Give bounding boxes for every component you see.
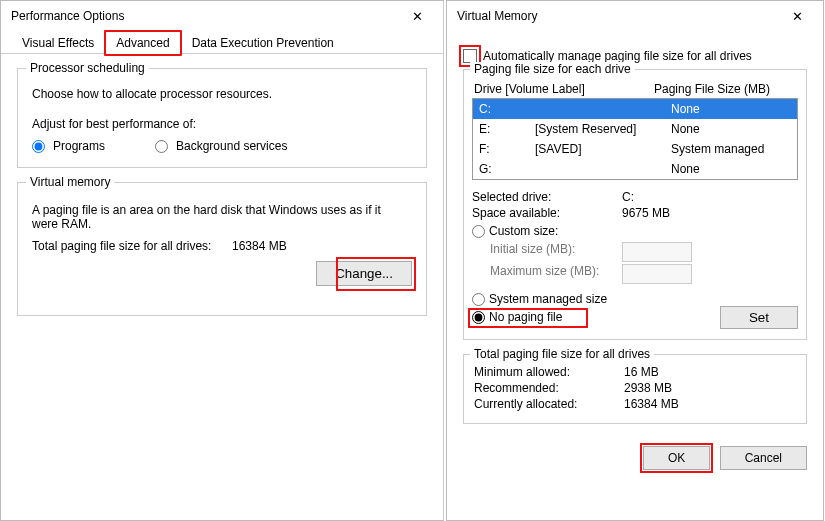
drive-group: Paging file size for each drive Drive [V… — [463, 69, 807, 340]
drive-letter: C: — [479, 101, 535, 117]
total-label: Total paging file size for all drives: — [32, 239, 232, 253]
drive-label: [SAVED] — [535, 141, 671, 157]
drive-label: [System Reserved] — [535, 121, 671, 137]
recommended-label: Recommended: — [474, 381, 624, 395]
vm-desc: A paging file is an area on the hard dis… — [32, 203, 392, 231]
radio-programs-label: Programs — [53, 139, 105, 153]
window-title: Performance Options — [9, 9, 124, 23]
change-button[interactable]: Change... — [316, 261, 412, 286]
drive-size: None — [671, 161, 791, 177]
radio-no-paging[interactable]: No paging file — [472, 310, 798, 324]
space-avail-value: 9675 MB — [622, 206, 670, 220]
adjust-label: Adjust for best performance of: — [32, 117, 412, 131]
group-legend: Paging file size for each drive — [470, 62, 635, 76]
radio-sys-managed-label: System managed size — [489, 292, 607, 306]
performance-options-window: Performance Options ✕ Visual Effects Adv… — [0, 0, 444, 521]
radio-system-managed[interactable]: System managed size — [472, 292, 798, 306]
current-alloc-value: 16384 MB — [624, 397, 679, 411]
auto-manage-checkbox[interactable] — [463, 49, 477, 63]
close-icon[interactable]: ✕ — [779, 9, 815, 24]
radio-custom-label: Custom size: — [489, 224, 558, 238]
drive-letter: G: — [479, 161, 535, 177]
radio-background-input[interactable] — [155, 140, 168, 153]
radio-no-paging-label: No paging file — [489, 310, 562, 324]
titlebar: Performance Options ✕ — [1, 1, 443, 31]
cancel-button[interactable]: Cancel — [720, 446, 807, 470]
titlebar: Virtual Memory ✕ — [447, 1, 823, 31]
drive-size: None — [671, 101, 791, 117]
radio-custom-input[interactable] — [472, 225, 485, 238]
tab-visual-effects[interactable]: Visual Effects — [11, 31, 105, 54]
radio-programs[interactable]: Programs — [32, 139, 105, 153]
current-alloc-label: Currently allocated: — [474, 397, 624, 411]
space-avail-label: Space available: — [472, 206, 622, 220]
ok-button-label: OK — [668, 451, 685, 465]
tab-dep[interactable]: Data Execution Prevention — [181, 31, 345, 54]
recommended-value: 2938 MB — [624, 381, 672, 395]
drive-row[interactable]: F:[SAVED]System managed — [473, 139, 797, 159]
radio-sys-managed-input[interactable] — [472, 293, 485, 306]
min-allowed-value: 16 MB — [624, 365, 659, 379]
radio-background-label: Background services — [176, 139, 287, 153]
drive-size: None — [671, 121, 791, 137]
drive-row[interactable]: G:None — [473, 159, 797, 179]
header-drive: Drive [Volume Label] — [474, 82, 654, 96]
group-legend: Total paging file size for all drives — [470, 347, 654, 361]
drive-letter: E: — [479, 121, 535, 137]
maximum-size-input — [622, 264, 692, 284]
processor-scheduling-group: Processor scheduling Choose how to alloc… — [17, 68, 427, 168]
drive-size: System managed — [671, 141, 791, 157]
group-legend: Processor scheduling — [26, 61, 149, 75]
drive-row[interactable]: E:[System Reserved]None — [473, 119, 797, 139]
min-allowed-label: Minimum allowed: — [474, 365, 624, 379]
drive-list[interactable]: C:NoneE:[System Reserved]NoneF:[SAVED]Sy… — [472, 98, 798, 180]
drive-label — [535, 101, 671, 117]
change-button-label: Change... — [335, 266, 393, 281]
group-legend: Virtual memory — [26, 175, 114, 189]
drive-list-header: Drive [Volume Label] Paging File Size (M… — [474, 82, 796, 96]
drive-letter: F: — [479, 141, 535, 157]
desc-text: Choose how to allocate processor resourc… — [32, 87, 412, 101]
total-value: 16384 MB — [232, 239, 287, 253]
totals-group: Total paging file size for all drives Mi… — [463, 354, 807, 424]
virtual-memory-window: Virtual Memory ✕ Automatically manage pa… — [446, 0, 824, 521]
tab-advanced[interactable]: Advanced — [105, 31, 180, 54]
radio-no-paging-input[interactable] — [472, 311, 485, 324]
close-icon[interactable]: ✕ — [399, 9, 435, 24]
radio-custom-size[interactable]: Custom size: — [472, 224, 798, 238]
maximum-size-label: Maximum size (MB): — [472, 264, 622, 284]
header-size: Paging File Size (MB) — [654, 82, 770, 96]
radio-programs-input[interactable] — [32, 140, 45, 153]
selected-drive-label: Selected drive: — [472, 190, 622, 204]
tab-advanced-label: Advanced — [116, 36, 169, 50]
tab-bar: Visual Effects Advanced Data Execution P… — [1, 31, 443, 54]
radio-background[interactable]: Background services — [155, 139, 287, 153]
drive-label — [535, 161, 671, 177]
initial-size-label: Initial size (MB): — [472, 242, 622, 262]
initial-size-input — [622, 242, 692, 262]
window-title: Virtual Memory — [455, 9, 537, 23]
ok-button[interactable]: OK — [643, 446, 710, 470]
selected-drive-value: C: — [622, 190, 634, 204]
drive-row[interactable]: C:None — [473, 99, 797, 119]
virtual-memory-group: Virtual memory A paging file is an area … — [17, 182, 427, 316]
auto-manage-label: Automatically manage paging file size fo… — [483, 49, 752, 63]
cancel-button-label: Cancel — [745, 451, 782, 465]
